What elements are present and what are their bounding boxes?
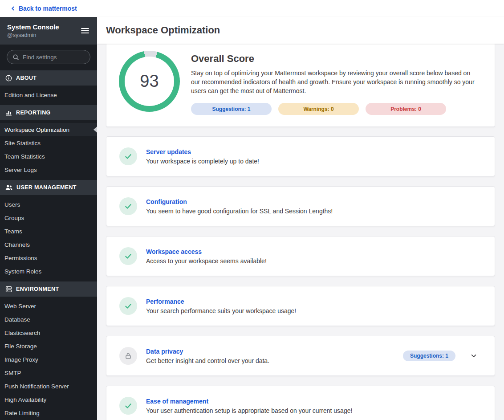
card-performance: PerformanceYour search performance suits… bbox=[106, 286, 495, 326]
card-right: Suggestions: 1 bbox=[403, 351, 477, 361]
sidebar-section-label: REPORTING bbox=[16, 110, 51, 116]
card-text: Ease of managementYour user authenticati… bbox=[146, 398, 352, 414]
chip-warnings: Warnings: 0 bbox=[278, 103, 359, 115]
server-icon bbox=[5, 286, 12, 293]
chevron-down-icon[interactable] bbox=[471, 353, 477, 359]
card-description: You seem to have good configuration for … bbox=[146, 208, 333, 215]
sidebar-section-reporting: REPORTING bbox=[0, 105, 97, 120]
sidebar-item-server-logs[interactable]: Server Logs bbox=[0, 163, 97, 176]
sidebar-header: System Console @sysadmin bbox=[0, 17, 97, 45]
check-icon bbox=[119, 197, 137, 215]
lock-icon bbox=[119, 347, 137, 365]
score-ring: 93 bbox=[119, 51, 180, 112]
sidebar-title: System Console bbox=[7, 23, 59, 31]
topbar: Back to mattermost bbox=[0, 0, 504, 17]
card-workspace-access: Workspace accessAccess to your workspace… bbox=[106, 236, 495, 276]
sidebar-section-label: USER MANAGEMENT bbox=[16, 184, 77, 191]
menu-icon[interactable] bbox=[79, 26, 91, 36]
page-title: Workspace Optimization bbox=[106, 24, 220, 36]
info-icon bbox=[5, 75, 12, 82]
card-title[interactable]: Workspace access bbox=[146, 248, 267, 255]
card-title[interactable]: Performance bbox=[146, 298, 296, 305]
sidebar-section-user-management: USER MANAGEMENT bbox=[0, 180, 97, 195]
sidebar-item-users[interactable]: Users bbox=[0, 198, 97, 211]
card-title[interactable]: Ease of management bbox=[146, 398, 352, 405]
search-input[interactable] bbox=[23, 54, 85, 61]
page-header: Workspace Optimization bbox=[97, 17, 504, 44]
check-icon bbox=[119, 247, 137, 265]
check-icon bbox=[119, 397, 137, 415]
main: Workspace Optimization 93 Overall Score … bbox=[97, 17, 504, 420]
chip-row: Suggestions: 1Warnings: 0Problems: 0 bbox=[191, 103, 478, 115]
sidebar-search bbox=[0, 45, 97, 70]
chip-problems: Problems: 0 bbox=[366, 103, 446, 115]
search-box[interactable] bbox=[7, 50, 90, 64]
users-icon bbox=[5, 184, 12, 191]
body-row: System Console @sysadmin ABOUTEdition an… bbox=[0, 17, 504, 420]
sidebar-item-high-availability[interactable]: High Availability bbox=[0, 393, 97, 406]
overall-score-description: Stay on top of optimizing your Mattermos… bbox=[191, 69, 478, 95]
card-description: Access to your workspace seems available… bbox=[146, 257, 267, 265]
sidebar-item-system-roles[interactable]: System Roles bbox=[0, 265, 97, 278]
card-title[interactable]: Data privacy bbox=[146, 348, 269, 355]
sidebar: System Console @sysadmin ABOUTEdition an… bbox=[0, 17, 97, 420]
overall-score-card: 93 Overall Score Stay on top of optimizi… bbox=[106, 44, 495, 127]
card-title[interactable]: Configuration bbox=[146, 198, 333, 205]
card-text: Workspace accessAccess to your workspace… bbox=[146, 248, 267, 265]
sidebar-item-push-notification-server[interactable]: Push Notification Server bbox=[0, 379, 97, 393]
score-inner: 93 bbox=[125, 57, 174, 106]
overview-text: Overall Score Stay on top of optimizing … bbox=[191, 51, 478, 115]
check-icon bbox=[119, 297, 137, 315]
card-description: Get better insight and control over your… bbox=[146, 357, 269, 364]
back-link-label: Back to mattermost bbox=[19, 5, 77, 12]
back-link[interactable]: Back to mattermost bbox=[11, 5, 77, 12]
card-server-updates: Server updatesYour workspace is complete… bbox=[106, 136, 495, 176]
chip-suggestions: Suggestions: 1 bbox=[191, 103, 272, 115]
sidebar-item-channels[interactable]: Channels bbox=[0, 238, 97, 251]
sidebar-item-workspace-optimization[interactable]: Workspace Optimization bbox=[0, 123, 97, 136]
card-text: ConfigurationYou seem to have good confi… bbox=[146, 198, 333, 215]
sidebar-item-database[interactable]: Database bbox=[0, 313, 97, 326]
bar-chart-icon bbox=[5, 110, 12, 116]
sidebar-item-web-server[interactable]: Web Server bbox=[0, 299, 97, 313]
card-ease-of-management: Ease of managementYour user authenticati… bbox=[106, 386, 495, 420]
chevron-left-icon bbox=[11, 6, 16, 11]
card-text: Data privacyGet better insight and contr… bbox=[146, 348, 269, 364]
sidebar-item-site-statistics[interactable]: Site Statistics bbox=[0, 136, 97, 150]
sidebar-item-permissions[interactable]: Permissions bbox=[0, 251, 97, 265]
sidebar-subtitle: @sysadmin bbox=[7, 32, 59, 38]
sidebar-item-groups[interactable]: Groups bbox=[0, 211, 97, 224]
overall-score-title: Overall Score bbox=[191, 53, 478, 65]
sidebar-section-environment: ENVIRONMENT bbox=[0, 281, 97, 297]
card-configuration: ConfigurationYou seem to have good confi… bbox=[106, 186, 495, 226]
sidebar-section-label: ENVIRONMENT bbox=[16, 286, 59, 292]
cards-list: Server updatesYour workspace is complete… bbox=[106, 136, 495, 420]
card-description: Your search performance suits your works… bbox=[146, 307, 296, 314]
sidebar-item-file-storage[interactable]: File Storage bbox=[0, 339, 97, 353]
card-text: Server updatesYour workspace is complete… bbox=[146, 148, 259, 165]
sidebar-titles: System Console @sysadmin bbox=[7, 23, 59, 38]
card-suggestions-chip: Suggestions: 1 bbox=[403, 351, 455, 361]
card-title[interactable]: Server updates bbox=[146, 148, 259, 155]
search-icon bbox=[12, 54, 19, 61]
sidebar-item-elasticsearch[interactable]: Elasticsearch bbox=[0, 326, 97, 339]
check-icon bbox=[119, 147, 137, 165]
sidebar-item-smtp[interactable]: SMTP bbox=[0, 366, 97, 379]
sidebar-item-edition-and-license[interactable]: Edition and License bbox=[0, 88, 97, 102]
sidebar-section-label: ABOUT bbox=[16, 75, 37, 81]
card-data-privacy[interactable]: Data privacyGet better insight and contr… bbox=[106, 336, 495, 376]
sidebar-nav: ABOUTEdition and LicenseREPORTINGWorkspa… bbox=[0, 70, 97, 420]
sidebar-item-image-proxy[interactable]: Image Proxy bbox=[0, 353, 97, 366]
score-value: 93 bbox=[140, 72, 159, 91]
sidebar-item-teams[interactable]: Teams bbox=[0, 224, 97, 238]
app: Back to mattermost System Console @sysad… bbox=[0, 0, 504, 420]
card-description: Your user authentication setup is approp… bbox=[146, 407, 352, 414]
card-description: Your workspace is completely up to date! bbox=[146, 158, 259, 165]
content: 93 Overall Score Stay on top of optimizi… bbox=[97, 44, 504, 420]
sidebar-item-rate-limiting[interactable]: Rate Limiting bbox=[0, 406, 97, 420]
sidebar-section-about: ABOUT bbox=[0, 70, 97, 86]
card-text: PerformanceYour search performance suits… bbox=[146, 298, 296, 314]
sidebar-item-team-statistics[interactable]: Team Statistics bbox=[0, 150, 97, 163]
